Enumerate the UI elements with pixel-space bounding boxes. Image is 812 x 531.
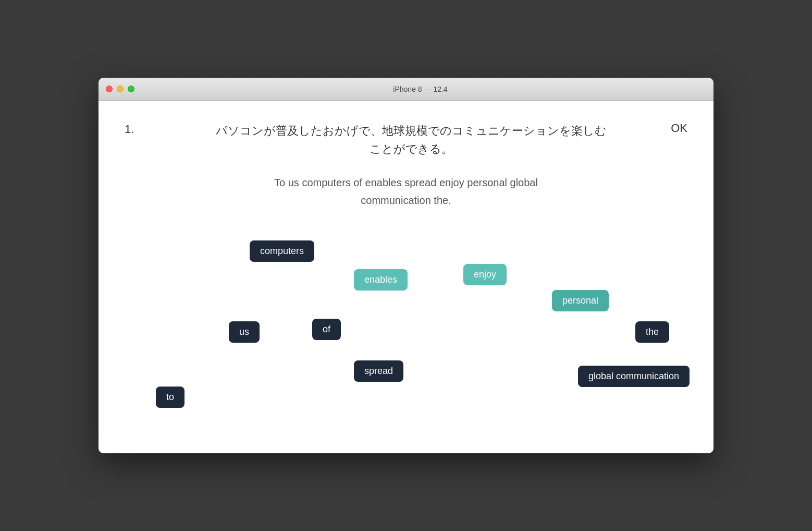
japanese-line1: パソコンが普及したおかげで、地球規模でのコミュニケーションを楽しむ — [216, 124, 607, 137]
question-number: 1. — [125, 122, 166, 136]
word-chip-of[interactable]: of — [312, 319, 341, 340]
word-chip-global-communication[interactable]: global communication — [578, 366, 690, 387]
close-button[interactable] — [106, 86, 113, 92]
japanese-line2: ことができる。 — [370, 142, 453, 155]
traffic-lights — [106, 86, 134, 92]
english-line1: To us computers of enables spread enjoy … — [274, 177, 538, 188]
word-chip-computers[interactable]: computers — [250, 240, 314, 262]
word-chip-personal[interactable]: personal — [552, 290, 609, 311]
window-title: iPhone 8 — 12.4 — [134, 85, 706, 93]
word-chip-the[interactable]: the — [635, 321, 669, 343]
ok-label: OK — [656, 122, 687, 135]
word-chip-us[interactable]: us — [229, 321, 260, 343]
word-chip-spread[interactable]: spread — [354, 360, 403, 382]
titlebar: iPhone 8 — 12.4 — [99, 78, 713, 101]
words-area: computersenablesenjoypersonalusofthespre… — [125, 230, 687, 428]
content-area: 1. パソコンが普及したおかげで、地球規模でのコミュニケーションを楽しむ ことが… — [99, 101, 713, 453]
question-row: 1. パソコンが普及したおかげで、地球規模でのコミュニケーションを楽しむ ことが… — [125, 122, 687, 158]
word-chip-enjoy[interactable]: enjoy — [463, 264, 507, 285]
word-chip-enables[interactable]: enables — [354, 269, 408, 291]
minimize-button[interactable] — [117, 86, 124, 92]
question-english: To us computers of enables spread enjoy … — [125, 174, 687, 209]
question-japanese: パソコンが普及したおかげで、地球規模でのコミュニケーションを楽しむ ことができる… — [166, 122, 656, 158]
maximize-button[interactable] — [128, 86, 134, 92]
app-window: iPhone 8 — 12.4 1. パソコンが普及したおかげで、地球規模でのコ… — [99, 78, 713, 453]
english-line2: communication the. — [361, 195, 451, 206]
word-chip-to[interactable]: to — [156, 387, 184, 408]
